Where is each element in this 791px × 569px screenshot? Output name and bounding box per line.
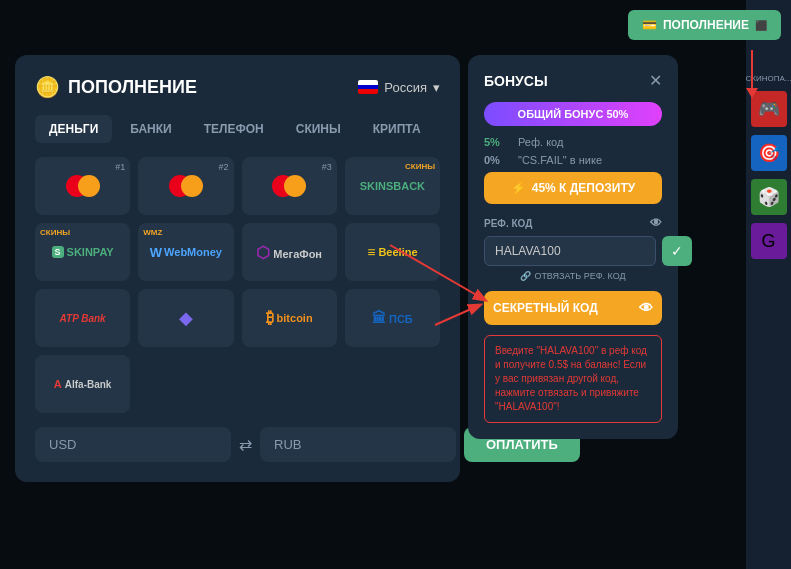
bonuses-title: БОНУСЫ (484, 73, 548, 89)
top-deposit-label: ПОПОЛНЕНИЕ (663, 18, 749, 32)
payment-mastercard-3[interactable]: #3 (242, 157, 337, 215)
arrow-indicator (751, 50, 753, 90)
tab-money[interactable]: ДЕНЬГИ (35, 115, 112, 143)
bonus-percent-1: 5% (484, 136, 512, 148)
payment-methods-grid: #1 #2 #3 СКИНЫ SKINSBACK СКИНЫ S (35, 157, 440, 413)
ref-code-input[interactable] (484, 236, 656, 266)
payment-mastercard-2[interactable]: #2 (138, 157, 233, 215)
wallet-icon: 🪙 (35, 75, 60, 99)
sidebar-game-4[interactable]: G (751, 223, 787, 259)
skinpay-logo: S SKINPAY (52, 246, 114, 258)
top-deposit-button[interactable]: 💳 ПОПОЛНЕНИЕ (628, 10, 781, 40)
bonus-row-1: 5% Реф. код (484, 136, 662, 148)
bonus-desc-1: Реф. код (518, 136, 563, 148)
deposit-icon: 💳 (642, 18, 657, 32)
chevron-down-icon: ▾ (433, 80, 440, 95)
webmoney-logo: W WebMoney (150, 245, 222, 260)
mastercard-icon (66, 175, 100, 197)
swap-icon[interactable]: ⇄ (239, 435, 252, 454)
payment-psb[interactable]: 🏛 ПСБ (345, 289, 440, 347)
bonus-row-2: 0% "CS.FAIL" в нике (484, 154, 662, 166)
country-selector[interactable]: Россия ▾ (358, 80, 440, 95)
currency-to-input[interactable] (260, 427, 456, 462)
deposit-button[interactable]: 45% К ДЕПОЗИТУ (484, 172, 662, 204)
payment-ethereum[interactable]: ◆ (138, 289, 233, 347)
wmz-badge: WMZ (143, 228, 162, 237)
ref-input-row: ✓ (484, 236, 662, 266)
tab-crypto[interactable]: КРИПТА (359, 115, 435, 143)
payment-bottom: ⇄ ОПЛАТИТЬ (35, 427, 440, 462)
payment-webmoney[interactable]: WMZ W WebMoney (138, 223, 233, 281)
payment-megafon[interactable]: ⬡ МегаФон (242, 223, 337, 281)
badge-1: #1 (115, 162, 125, 172)
skiny-badge: СКИНЫ (405, 162, 435, 171)
payment-modal: 🪙 ПОПОЛНЕНИЕ Россия ▾ ДЕНЬГИ БАНКИ ТЕЛЕФ… (15, 55, 460, 482)
tab-skins[interactable]: СКИНЫ (282, 115, 355, 143)
badge-2: #2 (218, 162, 228, 172)
overall-bonus-bar: ОБЩИЙ БОНУС 50% (484, 102, 662, 126)
close-button[interactable]: ✕ (649, 71, 662, 90)
payment-tabs: ДЕНЬГИ БАНКИ ТЕЛЕФОН СКИНЫ КРИПТА (35, 115, 440, 143)
tab-phone[interactable]: ТЕЛЕФОН (190, 115, 278, 143)
secret-code-button[interactable]: СЕКРЕТНЫЙ КОД 👁 (484, 291, 662, 325)
ethereum-icon: ◆ (179, 307, 193, 329)
atp-logo: ATP Bank (60, 313, 106, 324)
ref-check-button[interactable]: ✓ (662, 236, 692, 266)
alfa-logo: A Alfa-Bank (54, 378, 112, 390)
modal-header: 🪙 ПОПОЛНЕНИЕ Россия ▾ (35, 75, 440, 99)
unbind-link[interactable]: 🔗 ОТВЯЗАТЬ РЕФ. КОД (484, 271, 662, 281)
modal-title: 🪙 ПОПОЛНЕНИЕ (35, 75, 197, 99)
mastercard-icon-2 (169, 175, 203, 197)
sidebar-game-3[interactable]: 🎲 (751, 179, 787, 215)
bonus-desc-2: "CS.FAIL" в нике (518, 154, 602, 166)
payment-skinsback[interactable]: СКИНЫ SKINSBACK (345, 157, 440, 215)
payment-beeline[interactable]: ≡ Beeline (345, 223, 440, 281)
bonuses-header: БОНУСЫ ✕ (484, 71, 662, 90)
ref-eye-icon[interactable]: 👁 (650, 216, 662, 230)
payment-mastercard-1[interactable]: #1 (35, 157, 130, 215)
psb-logo: 🏛 ПСБ (372, 310, 413, 326)
mastercard-icon-3 (272, 175, 306, 197)
sidebar-game-2[interactable]: 🎯 (751, 135, 787, 171)
payment-bitcoin[interactable]: ₿ bitcoin (242, 289, 337, 347)
skinpay-badge: СКИНЫ (40, 228, 70, 237)
bonuses-panel: БОНУСЫ ✕ ОБЩИЙ БОНУС 50% 5% Реф. код 0% … (468, 55, 678, 439)
country-name: Россия (384, 80, 427, 95)
flag-icon (358, 80, 378, 94)
unbind-icon: 🔗 (520, 271, 531, 281)
bonus-percent-2: 0% (484, 154, 512, 166)
payment-alfa[interactable]: A Alfa-Bank (35, 355, 130, 413)
payment-atp[interactable]: ATP Bank (35, 289, 130, 347)
tab-banks[interactable]: БАНКИ (116, 115, 185, 143)
payment-skinpay[interactable]: СКИНЫ S SKINPAY (35, 223, 130, 281)
ref-code-section: РЕФ. КОД 👁 ✓ 🔗 ОТВЯЗАТЬ РЕФ. КОД (484, 216, 662, 281)
skinsback-logo: SKINSBACK (360, 180, 425, 192)
ref-label: РЕФ. КОД 👁 (484, 216, 662, 230)
bitcoin-logo: ₿ bitcoin (266, 309, 313, 327)
currency-from-input[interactable] (35, 427, 231, 462)
megafon-logo: ⬡ МегаФон (256, 243, 322, 262)
badge-3: #3 (322, 162, 332, 172)
beeline-logo: ≡ Beeline (367, 244, 417, 260)
info-box: Введите "HALAVA100" в реф код и получите… (484, 335, 662, 423)
eye-icon: 👁 (639, 300, 653, 316)
